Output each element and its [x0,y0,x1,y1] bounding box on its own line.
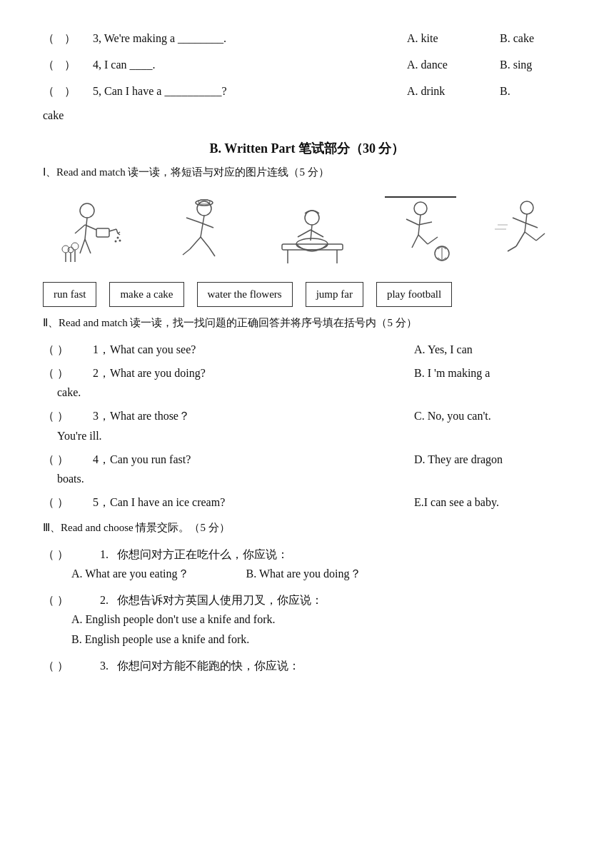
paren-3-close: ） [64,29,93,48]
qa3-answer: C. No, you can't. [414,406,571,425]
word-play-football: play football [376,282,452,308]
choose2-paren: （ ） [43,590,100,610]
qa2-answer: B. I 'm making a [414,363,571,383]
svg-rect-30 [282,244,343,250]
svg-point-19 [115,240,117,242]
svg-line-43 [418,235,428,244]
qa4-answer-extra: boats. [57,473,84,485]
qa4-paren: （ ） [43,450,93,469]
q5-text: 5, Can I have a __________? [93,81,393,101]
choose3-num: 3. [100,656,117,675]
q4-optB: B. sing [500,55,571,74]
q3-optB: B. cake [500,29,571,48]
qa-item-5: （ ） 5， Can I have an ice cream? E.I can … [43,493,571,512]
choose2-num: 2. [100,590,117,610]
svg-line-36 [298,230,311,237]
qa2-question: What are you doing? [110,363,414,383]
qa5-num: 5， [93,493,110,512]
qa2-paren: （ ） [43,363,93,383]
svg-line-5 [85,239,91,253]
img-box-5 [488,198,559,269]
svg-line-51 [516,232,525,246]
choose2-optB: B. English people use a knife and fork. [71,630,571,649]
jump-far-img [385,198,456,269]
svg-line-23 [201,216,204,237]
make-cake-img [268,198,353,269]
q3-optA: A. kite [407,29,500,48]
qa1-num: 1， [93,340,110,359]
svg-line-8 [116,229,118,233]
svg-line-28 [183,249,190,255]
svg-line-26 [190,237,201,249]
written-part-title: B. Written Part 笔试部分（30 分） [43,138,571,160]
section1-instruction: Ⅰ、Read and match 读一读，将短语与对应的图片连线（5 分） [43,163,571,182]
run-fast-img [165,198,236,269]
q3-text: 3, We're making a ________. [93,29,393,48]
choose3-paren: （ ） [43,656,100,675]
svg-line-4 [80,239,85,253]
qa4-answer: D. They are dragon [414,450,571,469]
paren-4-open: （ [43,55,64,74]
word-make-cake: make a cake [109,282,183,308]
svg-line-2 [75,225,85,233]
svg-point-15 [68,247,74,253]
svg-line-1 [85,218,87,239]
qa3-num: 3， [93,406,110,425]
svg-line-42 [412,235,418,248]
img-box-4 [385,193,456,269]
svg-point-17 [117,236,119,238]
choose-item-2: （ ） 2. 你想告诉对方英国人使用刀叉，你应说： A. English peo… [43,590,571,649]
qa3-question: What are those？ [110,406,414,425]
svg-line-10 [118,233,120,235]
svg-point-18 [119,239,121,241]
svg-line-44 [428,237,438,244]
choose2-optA: A. English people don't use a knife and … [71,610,571,629]
q5-optA: A. drink [407,81,500,101]
svg-point-34 [305,211,319,225]
svg-point-47 [520,201,533,214]
qa4-question: Can you run fast? [110,450,414,469]
words-row: run fast make a cake water the flowers j… [43,282,571,308]
qa3-answer-extra: You're ill. [57,430,102,442]
svg-line-27 [201,237,209,248]
svg-line-40 [406,219,418,225]
svg-line-41 [418,222,432,225]
paren-5-close: ） [64,81,93,101]
q5-cake: cake [43,109,64,121]
qa-item-1: （ ） 1， What can you see? A. Yes, I can [43,340,571,359]
qa5-answer: E.I can see a baby. [414,493,571,512]
section2-instruction: Ⅱ、Read and match 读一读，找一找问题的正确回答并将序号填在括号内… [43,314,571,333]
qa3-paren: （ ） [43,406,93,425]
svg-point-0 [80,203,94,218]
choose2-question: 你想告诉对方英国人使用刀叉，你应说： [117,590,323,610]
word-jump-far: jump far [306,282,363,308]
img-box-2 [165,198,236,269]
svg-line-53 [536,233,545,241]
svg-line-7 [109,229,116,231]
q5-optB: B. [500,81,571,101]
svg-point-38 [414,202,427,215]
qa5-question: Can I have an ice cream? [110,493,414,512]
svg-point-13 [71,243,79,250]
qa2-answer-extra: cake. [57,386,81,398]
choose1-optA: A. What are you eating？ [71,564,189,583]
qa-item-2: （ ） 2， What are you doing? B. I 'm makin… [43,363,571,402]
section3-instruction: Ⅲ、Read and choose 情景交际。（5 分） [43,519,571,538]
qa5-paren: （ ） [43,493,93,512]
choose-item-3: （ ） 3. 你想问对方能不能跑的快，你应说： [43,656,571,675]
svg-line-37 [311,230,323,237]
qa1-paren: （ ） [43,340,93,359]
qa4-num: 4， [93,450,110,469]
images-row [43,193,571,269]
qa-item-3: （ ） 3， What are those？ C. No, you can't.… [43,406,571,445]
qa-item-4: （ ） 4， Can you run fast? D. They are dra… [43,450,571,488]
choose3-question: 你想问对方能不能跑的快，你应说： [117,656,300,675]
svg-rect-6 [96,228,109,237]
choose1-num: 1. [100,545,117,564]
qa2-num: 2， [93,363,110,383]
svg-line-24 [186,218,201,223]
svg-line-49 [513,218,525,223]
choose-item-1: （ ） 1. 你想问对方正在吃什么，你应说： A. What are you e… [43,545,571,583]
svg-line-54 [508,246,516,251]
q4-optA: A. dance [407,55,500,74]
